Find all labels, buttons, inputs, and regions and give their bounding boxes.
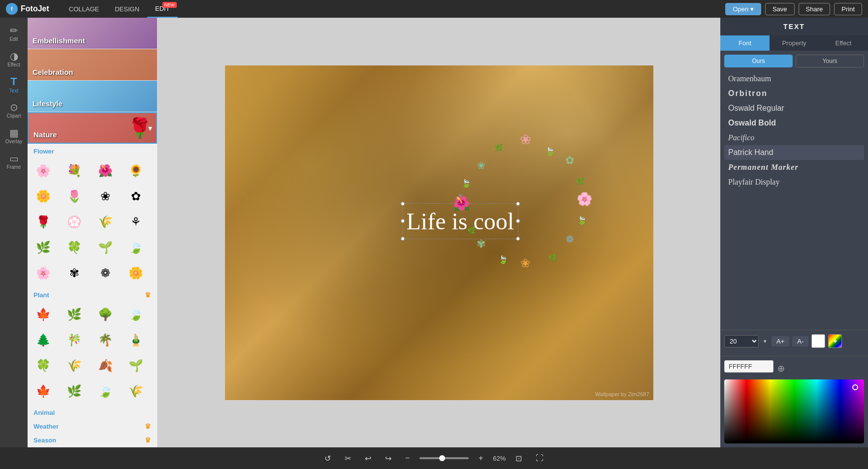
flower-item-4[interactable]: 🌻	[124, 159, 148, 183]
plant-item-9[interactable]: 🍀	[32, 354, 55, 377]
flower-item-12[interactable]: ⚘	[124, 210, 148, 234]
open-button[interactable]: Open	[725, 3, 761, 15]
tool-frame[interactable]: ▭ Frame	[2, 150, 26, 173]
tab-property[interactable]: Property	[770, 35, 819, 51]
plant-item-11[interactable]: 🍂	[94, 354, 117, 377]
chevron-down-icon[interactable]: ▾	[762, 337, 769, 345]
tool-clipart[interactable]: ⊙ Clipart	[2, 98, 26, 122]
handle-mr[interactable]	[516, 219, 520, 223]
save-button[interactable]: Save	[765, 3, 795, 15]
flower-item-16[interactable]: 🍃	[124, 236, 148, 259]
nav-tab-design[interactable]: DESIGN	[107, 0, 147, 18]
font-item-oramenbaum[interactable]: Oramenbaum	[724, 71, 864, 86]
canvas-text-element[interactable]: Life is cool	[402, 203, 519, 239]
rotate-button[interactable]: ↺	[321, 452, 335, 465]
plant-item-4[interactable]: 🍃	[124, 303, 148, 326]
category-lifestyle[interactable]: Lifestyle	[28, 81, 157, 112]
plant-item-7[interactable]: 🌴	[94, 328, 117, 352]
fullscreen-button[interactable]: ⛶	[532, 452, 547, 465]
flower-item-15[interactable]: 🌱	[94, 236, 117, 259]
category-nature[interactable]: 🌹 Nature ▾	[28, 112, 157, 144]
redo-button[interactable]: ↪	[381, 452, 395, 465]
handle-ml[interactable]	[401, 219, 405, 223]
edit-icon: ✏	[10, 26, 18, 35]
flower-item-20[interactable]: 🌼	[124, 261, 148, 285]
font-item-oswald-regular[interactable]: Oswald Regular	[724, 101, 864, 116]
flower-item-7[interactable]: ❀	[94, 185, 117, 208]
plant-item-15[interactable]: 🍃	[94, 379, 117, 403]
font-item-oswald-bold[interactable]: Oswald Bold	[724, 116, 864, 130]
print-button[interactable]: Print	[834, 3, 862, 15]
flower-item-9[interactable]: 🌹	[32, 210, 55, 234]
color-picker-button[interactable]: +	[828, 334, 842, 348]
crosshair-icon[interactable]: ⊕	[777, 363, 785, 374]
flower-item-6[interactable]: 🌷	[63, 185, 86, 208]
tab-effect[interactable]: Effect	[819, 35, 868, 51]
tab-font[interactable]: Font	[720, 35, 770, 51]
plant-item-10[interactable]: 🌾	[63, 354, 86, 377]
handle-br[interactable]	[516, 237, 520, 241]
plant-item-16[interactable]: 🌾	[124, 379, 148, 403]
font-item-orbitron[interactable]: Orbitron	[724, 86, 864, 101]
fit-button[interactable]: ⊡	[512, 452, 526, 465]
flower-item-18[interactable]: ✾	[63, 261, 86, 285]
zoom-in-button[interactable]: +	[475, 452, 487, 465]
font-increase-button[interactable]: A+	[772, 336, 789, 346]
plant-item-2[interactable]: 🌿	[63, 303, 86, 326]
font-decrease-button[interactable]: A-	[792, 336, 808, 346]
flower-item-8[interactable]: ✿	[124, 185, 148, 208]
nav-tab-edit[interactable]: EDIT NEW	[147, 0, 178, 18]
flower-item-5[interactable]: 🌼	[32, 185, 55, 208]
plant-item-14[interactable]: 🌿	[63, 379, 86, 403]
canvas-image[interactable]: ❀ ✿ 🌸 ❁ ❀ ✾ 🌺 ❀ 🍃 🌿 🍃 🌿 🍃 🌿 🍃	[225, 65, 653, 400]
crop-button[interactable]: ✂	[341, 452, 355, 465]
undo-button[interactable]: ↩	[361, 452, 375, 465]
zoom-out-button[interactable]: −	[401, 452, 414, 465]
handle-bl[interactable]	[401, 237, 405, 241]
share-button[interactable]: Share	[799, 3, 831, 15]
flower-item-17[interactable]: 🌸	[32, 261, 55, 285]
handle-tl[interactable]	[401, 202, 405, 206]
font-item-playfair[interactable]: Playfair Display	[724, 175, 864, 189]
flower-item-19[interactable]: ❁	[94, 261, 117, 285]
font-item-patrick-hand[interactable]: Patrick Hand	[724, 145, 864, 160]
font-list[interactable]: Oramenbaum Orbitron Oswald Regular Oswal…	[720, 71, 868, 330]
watermark: Wallpaper by Zim2687	[595, 391, 649, 397]
tool-overlay[interactable]: ▦ Overlay	[2, 124, 26, 148]
color-gradient-picker[interactable]	[724, 379, 864, 443]
nav-tab-collage[interactable]: COLLAGE	[61, 0, 107, 18]
category-embellishment[interactable]: Embellishment	[28, 18, 157, 49]
tool-effect[interactable]: ◑ Effect	[2, 47, 26, 71]
category-celebration[interactable]: Celebration	[28, 49, 157, 81]
color-hex-input[interactable]	[724, 360, 773, 373]
rotate-handle[interactable]	[459, 194, 462, 197]
plant-item-12[interactable]: 🌱	[124, 354, 148, 377]
flower-item-11[interactable]: 🌾	[94, 210, 117, 234]
flower-item-1[interactable]: 🌸	[32, 159, 55, 183]
flower-item-10[interactable]: 💮	[63, 210, 86, 234]
flower-item-2[interactable]: 💐	[63, 159, 86, 183]
color-swatch[interactable]	[811, 334, 825, 348]
font-item-pacifico[interactable]: Pacifico	[724, 130, 864, 145]
plant-item-6[interactable]: 🎋	[63, 328, 86, 352]
tool-text[interactable]: T Text	[2, 73, 26, 96]
plant-item-5[interactable]: 🌲	[32, 328, 55, 352]
plant-item-13[interactable]: 🍁	[32, 379, 55, 403]
font-tab-ours[interactable]: Ours	[724, 55, 793, 67]
tool-edit-label: Edit	[9, 36, 18, 42]
handle-tr[interactable]	[516, 202, 520, 206]
flower-item-14[interactable]: 🍀	[63, 236, 86, 259]
font-tab-yours[interactable]: Yours	[796, 55, 864, 67]
plant-item-8[interactable]: 🎍	[124, 328, 148, 352]
plant-item-3[interactable]: 🌳	[94, 303, 117, 326]
top-bar: f FotoJet COLLAGE DESIGN EDIT NEW Open S…	[0, 0, 868, 18]
font-size-select[interactable]: 20	[724, 335, 759, 347]
zoom-slider[interactable]	[419, 457, 469, 459]
font-name-orbitron: Orbitron	[728, 89, 768, 97]
plant-item-1[interactable]: 🍁	[32, 303, 55, 326]
font-item-permanent-marker[interactable]: Permanent Marker	[724, 160, 864, 175]
tool-edit[interactable]: ✏ Edit	[2, 22, 26, 45]
zoom-level: 62%	[493, 455, 506, 462]
flower-item-3[interactable]: 🌺	[94, 159, 117, 183]
flower-item-13[interactable]: 🌿	[32, 236, 55, 259]
